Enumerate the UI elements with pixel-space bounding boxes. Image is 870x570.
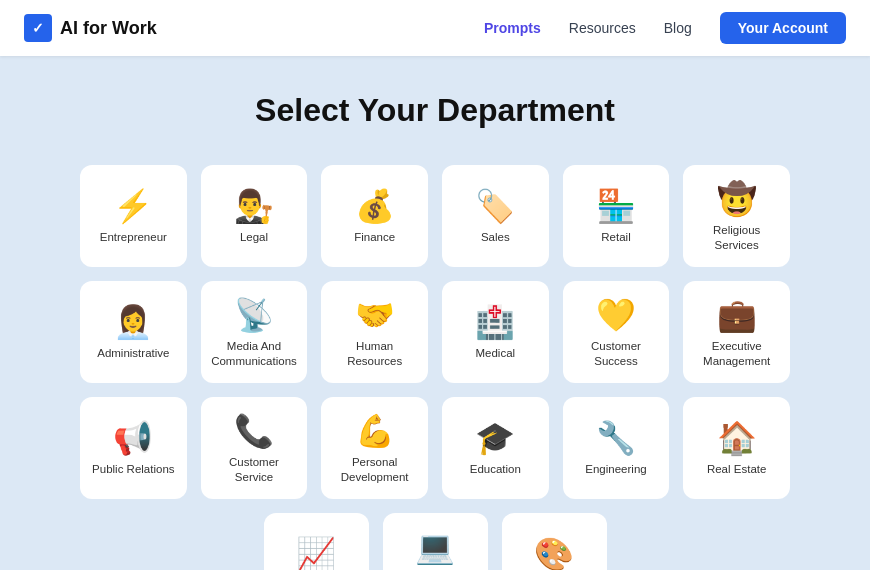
dept-icon-human-resources: 🤝 [355, 299, 395, 331]
dept-icon-education: 🎓 [475, 422, 515, 454]
dept-label-media-communications: Media And Communications [209, 339, 300, 369]
dept-icon-personal-development: 💪 [355, 415, 395, 447]
dept-label-legal: Legal [240, 230, 268, 245]
dept-label-retail: Retail [601, 230, 630, 245]
dept-card-entrepreneur[interactable]: ⚡Entrepreneur [80, 165, 187, 267]
dept-icon-real-estate: 🏠 [717, 422, 757, 454]
logo-icon: ✓ [24, 14, 52, 42]
nav-prompts[interactable]: Prompts [484, 20, 541, 36]
dept-icon-media-communications: 📡 [234, 299, 274, 331]
dept-card-customer-service[interactable]: 📞Customer Service [201, 397, 308, 499]
dept-label-customer-success: Customer Success [571, 339, 662, 369]
dept-label-finance: Finance [354, 230, 395, 245]
department-grid-row4: 📈Marketing💻Information Technology🎨Creati… [80, 513, 790, 570]
dept-card-customer-success[interactable]: 💛Customer Success [563, 281, 670, 383]
dept-card-education[interactable]: 🎓Education [442, 397, 549, 499]
department-grid-row2: 👩‍💼Administrative📡Media And Communicatio… [80, 281, 790, 383]
dept-label-executive-management: Executive Management [691, 339, 782, 369]
dept-icon-administrative: 👩‍💼 [113, 306, 153, 338]
dept-icon-creative: 🎨 [534, 538, 574, 570]
dept-icon-customer-service: 📞 [234, 415, 274, 447]
dept-card-media-communications[interactable]: 📡Media And Communications [201, 281, 308, 383]
dept-card-real-estate[interactable]: 🏠Real Estate [683, 397, 790, 499]
dept-icon-marketing: 📈 [296, 538, 336, 570]
dept-icon-legal: 👨‍⚖️ [234, 190, 274, 222]
dept-icon-medical: 🏥 [475, 306, 515, 338]
dept-card-engineering[interactable]: 🔧Engineering [563, 397, 670, 499]
department-grid-row1: ⚡Entrepreneur👨‍⚖️Legal💰Finance🏷️Sales🏪Re… [80, 165, 790, 267]
dept-label-medical: Medical [476, 346, 516, 361]
dept-card-medical[interactable]: 🏥Medical [442, 281, 549, 383]
nav-resources[interactable]: Resources [569, 20, 636, 36]
dept-label-administrative: Administrative [97, 346, 169, 361]
dept-card-public-relations[interactable]: 📢Public Relations [80, 397, 187, 499]
dept-label-real-estate: Real Estate [707, 462, 766, 477]
dept-card-legal[interactable]: 👨‍⚖️Legal [201, 165, 308, 267]
dept-card-religious-services[interactable]: 🤠Religious Services [683, 165, 790, 267]
dept-label-public-relations: Public Relations [92, 462, 174, 477]
dept-card-retail[interactable]: 🏪Retail [563, 165, 670, 267]
dept-icon-executive-management: 💼 [717, 299, 757, 331]
dept-icon-customer-success: 💛 [596, 299, 636, 331]
dept-icon-engineering: 🔧 [596, 422, 636, 454]
dept-icon-entrepreneur: ⚡ [113, 190, 153, 222]
logo-text: AI for Work [60, 18, 157, 39]
dept-card-sales[interactable]: 🏷️Sales [442, 165, 549, 267]
dept-label-religious-services: Religious Services [691, 223, 782, 253]
dept-label-personal-development: Personal Development [329, 455, 420, 485]
page-title: Select Your Department [80, 92, 790, 129]
dept-icon-retail: 🏪 [596, 190, 636, 222]
dept-label-sales: Sales [481, 230, 510, 245]
dept-label-human-resources: Human Resources [329, 339, 420, 369]
dept-icon-sales: 🏷️ [475, 190, 515, 222]
dept-card-executive-management[interactable]: 💼Executive Management [683, 281, 790, 383]
dept-card-finance[interactable]: 💰Finance [321, 165, 428, 267]
dept-card-information-technology[interactable]: 💻Information Technology [383, 513, 488, 570]
dept-card-personal-development[interactable]: 💪Personal Development [321, 397, 428, 499]
dept-label-entrepreneur: Entrepreneur [100, 230, 167, 245]
nav-blog[interactable]: Blog [664, 20, 692, 36]
logo[interactable]: ✓ AI for Work [24, 14, 157, 42]
main-nav: Prompts Resources Blog Your Account [484, 12, 846, 44]
dept-icon-finance: 💰 [355, 190, 395, 222]
dept-label-customer-service: Customer Service [209, 455, 300, 485]
account-button[interactable]: Your Account [720, 12, 846, 44]
dept-icon-public-relations: 📢 [113, 422, 153, 454]
dept-card-human-resources[interactable]: 🤝Human Resources [321, 281, 428, 383]
dept-label-engineering: Engineering [585, 462, 646, 477]
dept-label-education: Education [470, 462, 521, 477]
dept-icon-information-technology: 💻 [415, 531, 455, 563]
dept-card-marketing[interactable]: 📈Marketing [264, 513, 369, 570]
dept-card-creative[interactable]: 🎨Creative [502, 513, 607, 570]
dept-card-administrative[interactable]: 👩‍💼Administrative [80, 281, 187, 383]
dept-icon-religious-services: 🤠 [717, 183, 757, 215]
department-grid-row3: 📢Public Relations📞Customer Service💪Perso… [80, 397, 790, 499]
